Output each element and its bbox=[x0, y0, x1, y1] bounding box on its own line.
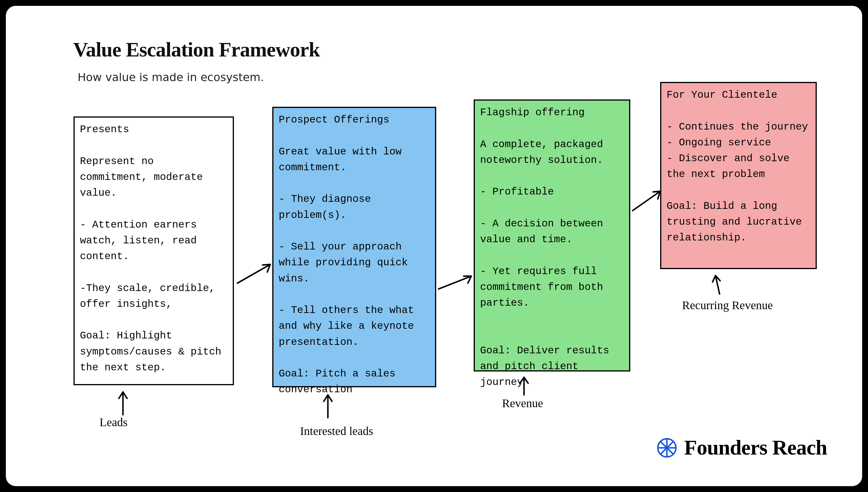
box-prospect: Prospect Offerings Great value with low … bbox=[272, 107, 436, 387]
box-flagship: Flagship offering A complete, packaged n… bbox=[474, 99, 630, 371]
arrow-up-presents bbox=[114, 389, 132, 416]
brand: Founders Reach bbox=[657, 436, 827, 460]
brand-text: Founders Reach bbox=[684, 436, 827, 460]
arrow-up-prospect bbox=[319, 391, 337, 419]
label-flagship: Revenue bbox=[502, 396, 543, 410]
arrow-presents-to-prospect bbox=[236, 260, 274, 287]
brand-icon bbox=[657, 438, 677, 458]
diagram-frame: Value Escalation Framework How value is … bbox=[4, 4, 864, 488]
arrow-up-flagship bbox=[515, 374, 533, 396]
box-presents: Presents Represent no commitment, modera… bbox=[73, 117, 234, 385]
arrow-up-clientele bbox=[708, 272, 726, 295]
box-clientele: For Your Clientele - Continues the journ… bbox=[660, 82, 817, 269]
label-presents: Leads bbox=[99, 415, 127, 429]
page-title: Value Escalation Framework bbox=[73, 38, 320, 62]
arrow-prospect-to-flagship bbox=[437, 272, 475, 293]
label-prospect: Interested leads bbox=[300, 424, 373, 438]
page-subtitle: How value is made in ecosystem. bbox=[77, 71, 264, 84]
label-clientele: Recurring Revenue bbox=[682, 298, 773, 312]
arrow-flagship-to-clientele bbox=[631, 187, 663, 214]
